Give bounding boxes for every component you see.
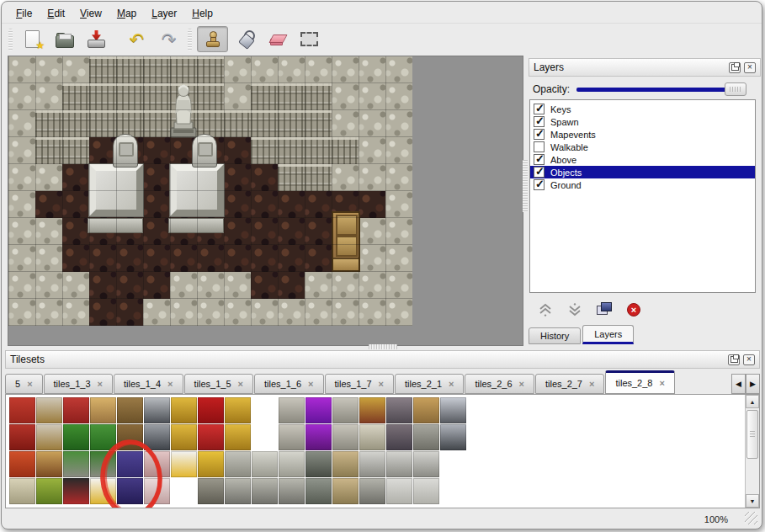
close-panel-icon[interactable]: ×: [744, 62, 756, 73]
toolbar-grip[interactable]: [188, 29, 192, 51]
map-tile-dirt-floor[interactable]: [251, 164, 278, 191]
map-tile-dirt-floor[interactable]: [143, 137, 170, 164]
map-tile-rock-wall[interactable]: [89, 83, 116, 110]
map-tile-rock-ceiling[interactable]: [224, 56, 251, 83]
map-object-statue[interactable]: [167, 80, 200, 139]
map-tile-dirt-floor[interactable]: [143, 245, 170, 272]
map-tile-rock-ceiling[interactable]: [359, 299, 385, 326]
tile-statue-base[interactable]: [225, 478, 251, 504]
tileset-tab-tiles_2_7[interactable]: tiles_2_7×: [535, 374, 604, 394]
tile-bed-bottom[interactable]: [144, 478, 170, 504]
map-tile-dirt-floor[interactable]: [224, 218, 251, 245]
map-tile-rock-ceiling[interactable]: [359, 272, 385, 299]
map-tile-rock-ceiling[interactable]: [62, 56, 89, 83]
tab-close-icon[interactable]: ×: [659, 379, 664, 388]
tab-close-icon[interactable]: ×: [238, 380, 243, 389]
tab-close-icon[interactable]: ×: [27, 380, 32, 389]
tile-platform-gray[interactable]: [359, 451, 385, 477]
map-tile-rock-ceiling[interactable]: [385, 299, 412, 326]
map-tile-dirt-floor[interactable]: [224, 164, 251, 191]
map-tile-rock-ceiling[interactable]: [332, 56, 359, 83]
float-panel-icon[interactable]: [729, 62, 741, 73]
tile-parchment[interactable]: [9, 478, 35, 504]
tile-pillar-stone[interactable]: [332, 424, 359, 450]
map-tile-rock-ceiling[interactable]: [35, 272, 62, 299]
map-tile-rock-ceiling[interactable]: [35, 83, 62, 110]
layer-row-mapevents[interactable]: Mapevents: [530, 128, 755, 141]
map-tile-rock-wall[interactable]: [35, 137, 62, 164]
tile-portrait[interactable]: [359, 397, 385, 423]
map-tile-dirt-floor[interactable]: [62, 164, 89, 191]
tile-bookshelf[interactable]: [36, 451, 62, 477]
layer-row-spawn[interactable]: Spawn: [530, 115, 755, 128]
tile-banner-green[interactable]: [36, 478, 62, 504]
map-tile-rock-wall[interactable]: [305, 164, 332, 191]
tab-close-icon[interactable]: ×: [449, 380, 454, 389]
layer-checkbox-spawn[interactable]: [534, 116, 545, 127]
map-tile-rock-ceiling[interactable]: [8, 272, 35, 299]
map-tile-rock-ceiling[interactable]: [35, 299, 62, 326]
map-tile-rock-wall[interactable]: [116, 83, 143, 110]
map-tile-dirt-floor[interactable]: [224, 191, 251, 218]
save-file-button[interactable]: [82, 27, 111, 51]
map-tile-dirt-floor[interactable]: [62, 191, 89, 218]
map-object-platform[interactable]: [170, 164, 224, 216]
tileset-tab-tiles_1_6[interactable]: tiles_1_6×: [254, 374, 323, 394]
tile-angel-statue[interactable]: [279, 451, 305, 477]
tile-door-wood-top[interactable]: [117, 397, 143, 423]
tile-gate-metal-top[interactable]: [144, 397, 170, 423]
redo-button[interactable]: ↷: [154, 27, 183, 51]
tile-platform-gray[interactable]: [386, 451, 412, 477]
tab-close-icon[interactable]: ×: [167, 380, 173, 389]
tile-throne-purple-seat[interactable]: [305, 424, 332, 450]
tile-statue-base[interactable]: [252, 478, 278, 504]
dock-tab-layers[interactable]: Layers: [582, 325, 634, 344]
tile-gargoyle[interactable]: [305, 451, 332, 477]
map-tile-rock-ceiling[interactable]: [251, 56, 278, 83]
tile-banner-red-bottom[interactable]: [9, 424, 35, 450]
map-tile-rock-ceiling[interactable]: [224, 299, 251, 326]
map-tile-rock-ceiling[interactable]: [35, 56, 62, 83]
scrollbar-thumb[interactable]: [746, 410, 758, 459]
tileset-tab-tiles_2_8[interactable]: tiles_2_8×: [605, 370, 674, 394]
opacity-slider-handle[interactable]: [725, 82, 746, 96]
map-tile-rock-wall[interactable]: [62, 110, 89, 137]
map-object-cabinet[interactable]: [332, 211, 360, 272]
menu-help[interactable]: Help: [184, 6, 220, 21]
tile-armor-bottom[interactable]: [440, 424, 466, 450]
tile-platform-light[interactable]: [386, 478, 412, 504]
map-tile-rock-ceiling[interactable]: [359, 56, 385, 83]
map-tile-rock-ceiling[interactable]: [332, 272, 359, 299]
map-tile-rock-ceiling[interactable]: [197, 272, 224, 299]
map-tile-dirt-floor[interactable]: [116, 299, 143, 326]
close-panel-icon[interactable]: ×: [743, 354, 755, 365]
tile-cabinet-dark-bottom[interactable]: [386, 424, 412, 450]
stamp-tool-button[interactable]: [197, 26, 228, 52]
menu-view[interactable]: View: [72, 6, 109, 21]
map-tile-rock-ceiling[interactable]: [35, 245, 62, 272]
map-tile-rock-wall[interactable]: [278, 110, 305, 137]
tile-banner-red-top[interactable]: [9, 397, 35, 423]
horizontal-splitter-grip[interactable]: [369, 344, 397, 349]
map-tile-rock-ceiling[interactable]: [170, 299, 197, 326]
map-tile-rock-ceiling[interactable]: [385, 191, 412, 218]
map-tile-dirt-floor[interactable]: [197, 245, 224, 272]
vertical-splitter-grip[interactable]: [523, 160, 528, 212]
map-tile-rock-ceiling[interactable]: [35, 164, 62, 191]
map-tile-dirt-floor[interactable]: [170, 245, 197, 272]
tile-bed-top[interactable]: [144, 451, 170, 477]
map-object-platform[interactable]: [89, 164, 143, 216]
tile-cross-gold[interactable]: [90, 478, 116, 504]
map-tile-dirt-floor[interactable]: [224, 245, 251, 272]
map-tile-dirt-floor[interactable]: [143, 218, 170, 245]
tab-close-icon[interactable]: ×: [379, 380, 384, 389]
tile-throne-purple-top[interactable]: [305, 397, 332, 423]
map-tile-rock-wall[interactable]: [278, 164, 305, 191]
tile-crest-banner[interactable]: [9, 451, 35, 477]
tile-cushion-red[interactable]: [63, 397, 89, 423]
opacity-slider-track[interactable]: [576, 88, 735, 92]
tileset-tab-tiles_2_1[interactable]: tiles_2_1×: [395, 374, 464, 394]
map-tile-rock-ceiling[interactable]: [359, 218, 385, 245]
resize-grip-icon[interactable]: [745, 512, 757, 524]
map-tile-rock-ceiling[interactable]: [8, 83, 35, 110]
